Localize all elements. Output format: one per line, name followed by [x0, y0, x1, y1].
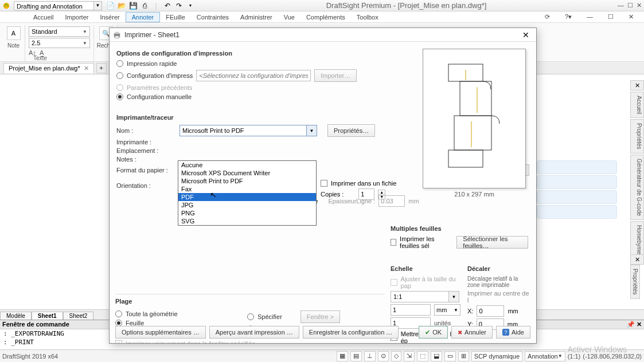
qat-more-icon[interactable]: ▾: [186, 1, 195, 10]
panel-row[interactable]: [537, 175, 617, 189]
menu-feuille[interactable]: FEuille: [160, 13, 191, 22]
status-snap-icon[interactable]: ▦: [337, 351, 348, 361]
save-config-button[interactable]: Enregistrer la configuration …: [303, 326, 399, 339]
panel-row[interactable]: [537, 160, 617, 174]
fit-checkbox[interactable]: [391, 279, 397, 286]
open-icon[interactable]: 📂: [117, 1, 126, 10]
side-tab-proprietes-2[interactable]: Propriétés: [630, 265, 640, 299]
dropdown-item[interactable]: Microsoft XPS Document Writer: [178, 169, 316, 177]
tab-close-icon[interactable]: ✕: [84, 65, 89, 72]
text-style-combo[interactable]: Standard▼: [29, 26, 90, 37]
printer-name-combo[interactable]: Microsoft Print to PDF ▼: [179, 125, 317, 136]
cmd-pin-icon[interactable]: 📌: [627, 321, 635, 328]
status-scs[interactable]: SCP dynamique: [471, 351, 522, 361]
menu-toolbox[interactable]: Toolbox: [351, 13, 384, 22]
print-icon[interactable]: ⎙: [140, 1, 149, 10]
scale-a-unit[interactable]: mm▼: [434, 304, 460, 316]
dropdown-item[interactable]: Microsoft Print to PDF: [178, 177, 316, 185]
note-tool-icon[interactable]: A: [7, 26, 21, 40]
doc-max-icon[interactable]: ☐: [602, 12, 619, 22]
dropdown-item[interactable]: JPG: [178, 201, 316, 209]
status-ortho-icon[interactable]: ⊥: [364, 351, 376, 361]
menu-annoter[interactable]: Annoter: [126, 12, 161, 22]
status-etrack-icon[interactable]: ⇲: [404, 351, 415, 361]
tab-sheet1[interactable]: Sheet1: [32, 312, 63, 320]
close-icon[interactable]: ✕: [637, 2, 642, 9]
status-misc-icon[interactable]: ⬚: [417, 351, 428, 361]
print-preview-button[interactable]: Aperçu avant impression …: [209, 326, 299, 339]
help-icon[interactable]: ?▾: [559, 12, 577, 22]
status-misc4-icon[interactable]: ⊞: [458, 351, 469, 361]
cancel-button[interactable]: Annuler: [451, 326, 493, 339]
select-sheets-button[interactable]: Sélectionner les feuilles…: [456, 236, 528, 249]
dialog-close-icon[interactable]: ✕: [519, 30, 533, 40]
side-tab-accueil[interactable]: Accueil: [630, 92, 644, 118]
status-grid-icon[interactable]: ▤: [350, 351, 362, 361]
menu-administrer[interactable]: Administrer: [235, 13, 278, 22]
status-polar-icon[interactable]: ⊙: [378, 351, 389, 361]
dropdown-item[interactable]: PNG: [178, 209, 316, 217]
menu-importer[interactable]: Importer: [59, 13, 94, 22]
extra-options-button[interactable]: Options supplémentaires …: [115, 326, 206, 339]
printer-dropdown-list[interactable]: Aucune Microsoft XPS Document Writer Mic…: [178, 160, 317, 226]
text-height-combo[interactable]: 2.5▼: [29, 38, 90, 48]
scale-combo[interactable]: 1:1▼: [391, 291, 459, 302]
copies-label: Copies :: [321, 191, 344, 198]
dropdown-item-selected[interactable]: PDF: [178, 193, 316, 201]
dropdown-item[interactable]: Aucune: [178, 161, 316, 169]
side-close-icon[interactable]: ✕: [630, 80, 644, 91]
side-tab-proprietes[interactable]: Propriétés: [630, 119, 644, 154]
new-tab-button[interactable]: ＋: [96, 63, 107, 73]
copies-down-icon[interactable]: ▼: [378, 195, 385, 199]
menu-inserer[interactable]: Insérer: [94, 13, 125, 22]
dropdown-item[interactable]: Fax: [178, 185, 316, 193]
save-icon[interactable]: 💾: [128, 1, 138, 10]
workspace-dropdown-icon[interactable]: ▼: [94, 1, 102, 10]
offset-x-input[interactable]: [477, 305, 504, 317]
panel-row[interactable]: [537, 190, 617, 204]
help-button[interactable]: Aide: [496, 326, 530, 339]
tab-model[interactable]: Modèle: [0, 312, 32, 320]
printer-dropdown-icon[interactable]: ▼: [306, 125, 317, 136]
doc-min-icon[interactable]: —: [581, 12, 599, 22]
tab-sheet2[interactable]: Sheet2: [63, 312, 94, 320]
copies-input[interactable]: [358, 188, 374, 200]
status-esnap-icon[interactable]: ◇: [391, 351, 401, 361]
status-misc2-icon[interactable]: ⬓: [431, 351, 442, 361]
dropdown-item[interactable]: SVG: [178, 217, 316, 225]
config-select[interactable]: [196, 70, 311, 81]
multi-sheets-label: Imprimer les feuilles sél: [400, 235, 453, 249]
window-button[interactable]: Fenêtre >: [300, 310, 340, 323]
redo-icon[interactable]: ↷: [174, 1, 184, 10]
radio-all-geom[interactable]: Toute la géométrie: [115, 310, 247, 317]
status-misc3-icon[interactable]: ▭: [444, 351, 456, 361]
ok-button[interactable]: OK: [419, 326, 448, 339]
new-icon[interactable]: 📄: [106, 1, 115, 10]
side-tab-gcode[interactable]: Générateur de G-code: [630, 155, 644, 220]
scale-a-input[interactable]: [391, 304, 431, 316]
menu-contraintes[interactable]: Contraintes: [191, 13, 235, 22]
label-name: Nom :: [116, 127, 176, 134]
menu-complements[interactable]: Compléments: [300, 13, 351, 22]
import-button[interactable]: Importer…: [314, 69, 357, 82]
workspace-selector[interactable]: Drafting and Annotation: [14, 1, 94, 10]
copies-up-icon[interactable]: ▲: [378, 190, 385, 195]
doc-close-icon[interactable]: ✕: [623, 12, 639, 22]
undo-icon[interactable]: ↶: [163, 1, 172, 10]
menu-vue[interactable]: Vue: [278, 13, 300, 22]
side-tab-homebyme[interactable]: Homebyme: [630, 221, 644, 258]
multi-sheets-checkbox[interactable]: [391, 239, 396, 246]
status-annotation[interactable]: Annotation ▼: [525, 351, 565, 361]
minimize-icon[interactable]: —: [618, 2, 624, 9]
menu-accueil[interactable]: Accueil: [28, 13, 59, 22]
ribbon-panel-title: Texte: [33, 55, 47, 61]
side-close-icon-2[interactable]: ✕: [630, 254, 644, 265]
print-to-file-checkbox[interactable]: [321, 180, 327, 187]
panel-row[interactable]: [537, 205, 617, 219]
cmd-close-icon[interactable]: ✕: [637, 321, 642, 328]
document-tab[interactable]: Projet_Mise en plan.dwg* ✕: [3, 63, 94, 73]
radio-specify[interactable]: Spécifier Fenêtre >: [247, 310, 340, 323]
maximize-icon[interactable]: ☐: [627, 2, 633, 9]
refresh-icon[interactable]: ⟳: [539, 12, 556, 22]
printer-properties-button[interactable]: Propriétés…: [327, 124, 375, 137]
